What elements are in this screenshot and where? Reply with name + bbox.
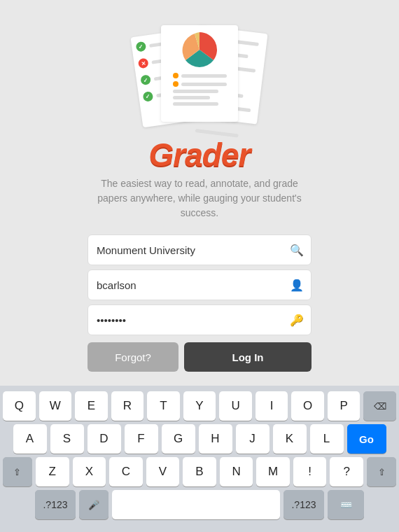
key-w[interactable]: W	[39, 391, 72, 421]
key-b[interactable]: B	[183, 457, 216, 486]
key-e[interactable]: E	[75, 391, 108, 421]
key-i[interactable]: I	[255, 391, 288, 421]
button-row: Forgot? Log In	[88, 342, 312, 372]
check-green-2: ✓	[140, 74, 151, 85]
illustration: ✓ ✕ ✓ ✓	[130, 20, 270, 132]
key-v[interactable]: V	[146, 457, 180, 486]
key-y[interactable]: Y	[183, 391, 216, 421]
key-o[interactable]: O	[291, 391, 324, 421]
key-m[interactable]: M	[256, 457, 290, 486]
dot-orange	[173, 73, 178, 78]
keyboard: Q W E R T Y U I O P ⌫ A S D F G H J K L …	[0, 386, 399, 532]
key-t[interactable]: T	[147, 391, 180, 421]
search-icon: 🔍	[290, 244, 304, 257]
space-key[interactable]	[112, 490, 280, 519]
key-l[interactable]: L	[310, 424, 344, 454]
university-input[interactable]	[88, 235, 311, 265]
login-form: 🔍 👤 🔑 Forgot? Log In	[88, 234, 312, 372]
key-c[interactable]: C	[109, 457, 143, 486]
key-icon: 🔑	[290, 314, 304, 327]
key-r[interactable]: R	[111, 391, 144, 421]
pie-chart	[181, 31, 218, 69]
keyboard-row-4: .?123 🎤 .?123 ⌨️	[3, 490, 396, 519]
key-exclaim[interactable]: !	[293, 457, 327, 486]
app-area: ✓ ✕ ✓ ✓	[0, 0, 399, 386]
dot-orange2	[173, 81, 178, 87]
check-green-3: ✓	[143, 91, 154, 102]
delete-key[interactable]: ⌫	[363, 391, 396, 421]
num-key-left[interactable]: .?123	[35, 490, 76, 519]
check-red: ✕	[138, 57, 149, 69]
key-k[interactable]: K	[273, 424, 307, 454]
username-input[interactable]	[88, 270, 311, 300]
key-n[interactable]: N	[220, 457, 253, 486]
university-input-wrapper: 🔍	[88, 234, 312, 265]
keyboard-row-1: Q W E R T Y U I O P ⌫	[3, 391, 396, 421]
password-input-wrapper: 🔑	[88, 304, 312, 335]
key-d[interactable]: D	[88, 424, 121, 454]
check-green-1: ✓	[135, 41, 146, 52]
key-g[interactable]: G	[162, 424, 195, 454]
shift-left-key[interactable]: ⇧	[3, 457, 32, 486]
mic-key[interactable]: 🎤	[79, 490, 108, 519]
forgot-button[interactable]: Forgot?	[88, 342, 178, 372]
username-input-wrapper: 👤	[88, 270, 312, 300]
key-a[interactable]: A	[13, 424, 47, 454]
keyboard-row-2: A S D F G H J K L Go	[3, 424, 396, 454]
keyboard-row-3: ⇧ Z X C V B N M ! ? ⇧	[3, 457, 396, 486]
key-q[interactable]: Q	[3, 391, 36, 421]
key-question[interactable]: ?	[330, 457, 363, 486]
keyboard-dismiss-key[interactable]: ⌨️	[328, 490, 364, 519]
shift-right-key[interactable]: ⇧	[367, 457, 396, 486]
num-key-right[interactable]: .?123	[284, 490, 324, 519]
go-button[interactable]: Go	[347, 424, 386, 454]
user-icon: 👤	[290, 279, 304, 292]
key-h[interactable]: H	[199, 424, 232, 454]
paper-center	[161, 25, 238, 122]
app-subtitle: The easiest way to read, annotate, and g…	[88, 176, 312, 220]
key-p[interactable]: P	[328, 391, 360, 421]
key-x[interactable]: X	[73, 457, 106, 486]
key-s[interactable]: S	[50, 424, 84, 454]
key-u[interactable]: U	[219, 391, 252, 421]
key-j[interactable]: J	[236, 424, 270, 454]
password-input[interactable]	[88, 305, 311, 335]
login-button[interactable]: Log In	[184, 342, 312, 372]
key-z[interactable]: Z	[36, 457, 69, 486]
key-f[interactable]: F	[125, 424, 158, 454]
